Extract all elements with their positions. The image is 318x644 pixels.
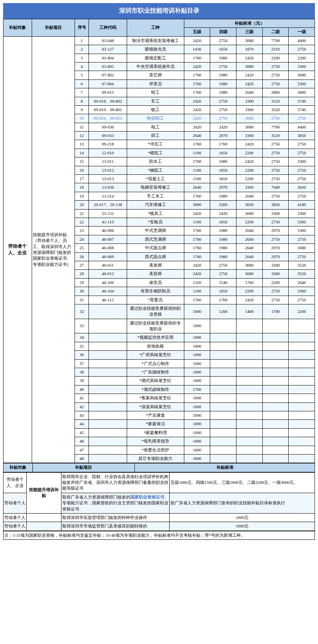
code-cell	[89, 385, 127, 394]
l5-cell: 1000	[184, 377, 210, 385]
bottom-table-row: 劳动者个人、企业技能提升培训补贴取得我市企业、院校、行业协会及其他社会培训评价机…	[3, 472, 315, 493]
l5-cell: 1000	[184, 342, 210, 350]
l3-cell: 3300	[236, 97, 262, 105]
l2-cell	[262, 437, 289, 446]
l3-cell: 2640	[236, 226, 262, 235]
l5-cell: 1760	[184, 235, 210, 243]
l2-cell: 2750	[262, 140, 289, 149]
l4-cell: 1980	[210, 235, 236, 243]
code-cell: 07-804	[89, 79, 127, 88]
l1-cell: 4400	[289, 36, 315, 45]
seq-cell: 24	[75, 235, 89, 243]
seq-cell: 34	[75, 333, 89, 342]
l2-cell: 1700	[262, 304, 289, 319]
l5-cell: 1000	[184, 402, 210, 411]
l3-cell: 2640	[236, 235, 262, 243]
work-name-cell: *视频监控技术应用	[127, 333, 184, 342]
seq-cell: 20	[75, 201, 89, 209]
l3-cell: 1870	[236, 45, 262, 54]
l4-cell: 1760	[210, 140, 236, 149]
code-cell: 46-009	[89, 252, 127, 261]
l1-cell: 2200	[289, 304, 315, 319]
seq-cell: 7	[75, 88, 89, 97]
l4-cell: 1980	[210, 252, 236, 261]
l4-cell: 2750	[210, 36, 236, 45]
work-name-cell: *母婴生活照护	[127, 446, 184, 454]
work-name-cell: 美容师	[127, 270, 184, 278]
l5-cell: 1000	[184, 446, 210, 454]
work-name-cell: *冲压工	[127, 140, 184, 149]
l1-cell	[289, 437, 315, 446]
l4-cell: 1980	[210, 244, 236, 252]
seq-cell: 19	[75, 192, 89, 200]
l2-cell: 2750	[262, 218, 289, 226]
work-name-cell: 中式面点师	[127, 244, 184, 252]
seq-cell: 6	[75, 79, 89, 88]
bottom-header-col2: 补贴项目	[32, 463, 134, 472]
header-subsidy-item: 补贴项目	[32, 19, 75, 37]
l4-cell: 2970	[210, 132, 236, 140]
seq-cell: 32	[75, 304, 89, 319]
seq-cell: 31	[75, 296, 89, 304]
code-cell: 13-214	[89, 192, 127, 200]
l1-cell: 4180	[289, 201, 315, 209]
work-name-cell: *潮式卤味制作	[127, 385, 184, 394]
l5-cell: 1000	[184, 420, 210, 428]
l5-cell: 1100	[184, 287, 210, 296]
l2-cell: 2750	[262, 175, 289, 183]
work-name-cell: *家庭餐料理	[127, 428, 184, 437]
l1-cell: 2750	[289, 149, 315, 157]
code-cell: 13-036	[89, 183, 127, 192]
seq-cell: 39	[75, 377, 89, 385]
l1-cell: 3300	[289, 287, 315, 296]
work-name-cell: 防水工	[127, 157, 184, 166]
l2-cell	[262, 446, 289, 454]
header-subsidy-target: 补贴对象	[3, 19, 32, 37]
l2-cell: 2750	[262, 235, 289, 243]
code-cell: 09-019、09-801	[89, 105, 127, 114]
seq-cell: 21	[75, 209, 89, 218]
l5-cell: 1760	[184, 244, 210, 252]
l5-cell: 1000	[184, 333, 210, 342]
l2-cell	[262, 351, 289, 359]
bottom-table-row: 劳动者个人取得深圳市市场监管部门及承接其职能转移的1000元	[3, 522, 315, 531]
seq-cell: 10	[75, 114, 89, 123]
subsidy-type-cell: 技能提升培训补贴（劳动者个人、员工、取得深圳市人力资源保障部门核发的国家职业资格…	[32, 36, 75, 463]
l2-cell: 2750	[262, 149, 289, 157]
l3-cell	[236, 319, 262, 333]
work-name-cell: *钢筋工	[127, 166, 184, 174]
l5-cell: 2640	[184, 183, 210, 192]
header-level5: 五级	[184, 28, 210, 36]
seq-cell: 12	[75, 132, 89, 140]
work-name-cell: *混凝土工	[127, 175, 184, 183]
code-cell	[89, 359, 127, 368]
l2-cell: 2970	[262, 244, 289, 252]
l1-cell	[289, 420, 315, 428]
seq-cell: 45	[75, 428, 89, 437]
l2-cell: 3300	[262, 209, 289, 218]
l4-cell	[210, 377, 236, 385]
seq-cell: 38	[75, 368, 89, 377]
l1-cell: 2750	[289, 140, 315, 149]
l2-cell: 2750	[262, 114, 289, 123]
work-name-cell: 中式烹调师	[127, 226, 184, 235]
l2-cell	[262, 333, 289, 342]
l1-cell: 2750	[289, 166, 315, 174]
code-cell: 46-104	[89, 287, 127, 296]
l2-cell: 3300	[262, 270, 289, 278]
l5-cell: 1100	[184, 166, 210, 174]
l2-cell: 2750	[262, 192, 289, 200]
l2-cell: 2970	[262, 252, 289, 261]
bottom-entity-3: 劳动者个人	[3, 514, 27, 522]
seq-cell: 18	[75, 183, 89, 192]
l1-cell: 3630	[289, 183, 315, 192]
l3-cell: 3300	[236, 105, 262, 114]
l2-cell	[262, 342, 289, 350]
l4-cell	[210, 402, 236, 411]
header-level4: 四级	[210, 28, 236, 36]
l3-cell: 2200	[236, 149, 262, 157]
work-name-cell: *潮式风味菜烹饪	[127, 377, 184, 385]
l2-cell: 2970	[262, 226, 289, 235]
work-name-cell: 制冷空调系统安装维修工	[127, 36, 184, 45]
l2-cell: 3520	[262, 105, 289, 114]
